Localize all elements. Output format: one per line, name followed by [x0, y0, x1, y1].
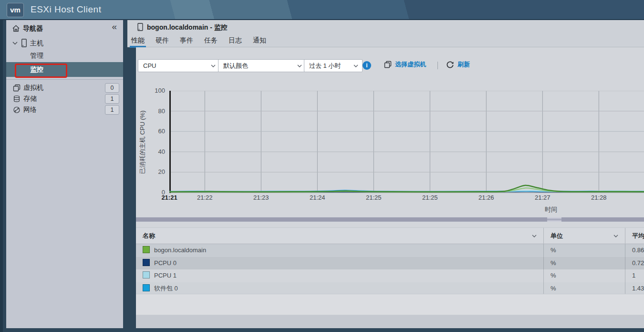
series-average: 1: [625, 269, 644, 282]
performance-chart-svg: [169, 91, 644, 193]
navigator-header: 导航器 «: [6, 22, 123, 34]
chevron-down-icon: [297, 64, 302, 67]
tab-events[interactable]: 事件: [178, 35, 195, 47]
refresh-label: 刷新: [457, 60, 470, 69]
vmware-logo: vm: [7, 3, 24, 17]
series-name: bogon.localdomain: [154, 246, 206, 254]
y-tick-label: 20: [146, 168, 165, 175]
y-tick-label: 40: [146, 148, 165, 155]
chart-series-line: [169, 185, 644, 192]
series-color-swatch: [143, 284, 150, 291]
series-unit: %: [543, 269, 625, 282]
scrollbar-thumb[interactable]: [547, 217, 561, 222]
table-row[interactable]: 软件包 0%1.43: [136, 282, 644, 295]
color-scheme-select-value: 默认颜色: [223, 62, 248, 69]
highlight-annotation: [15, 64, 67, 78]
x-tick-label: 21:22: [190, 194, 219, 201]
sidebar-item-storage[interactable]: 存储 1: [6, 93, 123, 104]
table-row[interactable]: bogon.localdomain%0.86: [136, 244, 644, 257]
series-unit: %: [543, 257, 625, 270]
info-icon[interactable]: i: [363, 61, 371, 70]
series-average: 0.86: [625, 244, 644, 257]
home-icon: [12, 24, 20, 32]
chevron-down-icon[interactable]: [12, 42, 18, 45]
table-header: 名称 单位 平均值: [136, 227, 644, 244]
network-count-badge: 1: [105, 105, 119, 115]
collapse-sidebar-button[interactable]: «: [112, 21, 117, 32]
sidebar-item-vms-label: 虚拟机: [23, 82, 43, 93]
y-tick-label: 60: [146, 128, 165, 135]
column-header-average-label: 平均值: [632, 232, 644, 239]
x-tick-label: 21:21: [155, 194, 184, 201]
performance-panel: CPU 默认颜色 过去 1 小时 i 选择虚拟机 刷新 已消耗的主机 CPU (…: [136, 47, 644, 328]
performance-table: 名称 单位 平均值 bogon.localdomain%0.86PCPU 0%0…: [136, 227, 644, 295]
panel-bottom-area: [136, 315, 644, 328]
divider: [6, 79, 123, 80]
y-tick-label: 100: [146, 87, 165, 94]
divider: [437, 62, 438, 69]
sidebar-item-host-label: 主机: [30, 37, 43, 49]
tab-logs[interactable]: 日志: [227, 35, 243, 47]
chevron-down-icon: [211, 64, 216, 67]
x-tick-label: 21:25: [359, 194, 388, 201]
app-header: vm ESXi Host Client: [0, 0, 644, 20]
series-unit: %: [543, 282, 625, 295]
series-name: PCPU 1: [154, 272, 177, 279]
series-name: 软件包 0: [154, 285, 178, 292]
perf-table-body: bogon.localdomain%0.86PCPU 0%0.72PCPU 1%…: [136, 244, 644, 295]
column-header-unit[interactable]: 单位: [543, 228, 625, 244]
series-average: 0.72: [625, 257, 644, 270]
series-name: PCPU 0: [154, 259, 177, 267]
x-tick-label: 21:23: [247, 194, 275, 201]
select-vms-button[interactable]: 选择虚拟机: [384, 60, 426, 69]
refresh-icon: [446, 61, 454, 69]
tab-tasks[interactable]: 任务: [203, 35, 219, 47]
time-range-select-value: 过去 1 小时: [309, 62, 341, 69]
series-color-swatch: [143, 246, 150, 253]
select-vms-label: 选择虚拟机: [395, 60, 426, 69]
app-title: ESXi Host Client: [31, 4, 101, 15]
sidebar-item-network[interactable]: 网络 1: [6, 104, 123, 115]
content-header: bogon.localdomain - 监控 性能 硬件 事件 任务 日志 通知: [127, 20, 644, 47]
tab-performance[interactable]: 性能: [130, 35, 146, 47]
sidebar-item-host[interactable]: 主机: [6, 37, 123, 49]
column-header-name-label: 名称: [143, 232, 155, 239]
storage-icon: [13, 95, 21, 103]
color-scheme-select[interactable]: 默认颜色: [218, 59, 306, 72]
x-tick-label: 21:28: [584, 194, 613, 201]
host-icon: [21, 39, 28, 47]
sidebar-item-manage[interactable]: 管理: [6, 50, 123, 61]
table-row[interactable]: PCPU 1%1: [136, 269, 644, 282]
refresh-button[interactable]: 刷新: [446, 60, 470, 69]
sidebar-item-network-label: 网络: [23, 104, 37, 115]
y-axis-title: 已消耗的主机 CPU (%): [138, 95, 146, 190]
table-row[interactable]: PCPU 0%0.72: [136, 257, 644, 270]
series-color-swatch: [143, 259, 150, 266]
vm-icon: [13, 84, 21, 92]
host-icon: [137, 23, 144, 31]
sidebar-item-vms[interactable]: 虚拟机 0: [6, 82, 123, 93]
table-footer: [136, 294, 644, 315]
chevron-down-icon: [532, 235, 537, 237]
horizontal-scrollbar[interactable]: [136, 217, 644, 222]
tab-notifications[interactable]: 通知: [251, 35, 268, 47]
column-header-name[interactable]: 名称: [136, 228, 543, 244]
tab-hardware[interactable]: 硬件: [154, 35, 170, 47]
metric-select-value: CPU: [143, 62, 156, 69]
time-range-select[interactable]: 过去 1 小时: [304, 59, 363, 72]
column-header-average[interactable]: 平均值: [625, 228, 644, 244]
x-tick-label: 21:27: [528, 194, 557, 201]
vm-icon: [384, 61, 392, 68]
navigator-sidebar: 导航器 « 主机 管理 监控 虚拟机 0 存储 1 网络: [6, 20, 123, 328]
metric-select[interactable]: CPU: [138, 59, 220, 72]
vm-count-badge: 0: [105, 83, 119, 93]
x-tick-label: 21:24: [303, 194, 332, 201]
y-tick-label: 0: [146, 189, 165, 196]
network-icon: [13, 106, 21, 114]
y-tick-label: 80: [146, 107, 165, 115]
tab-bar: 性能 硬件 事件 任务 日志 通知: [130, 35, 276, 47]
column-header-unit-label: 单位: [551, 232, 563, 239]
chevron-down-icon: [613, 235, 618, 237]
x-tick-label: 21:26: [472, 194, 500, 201]
series-unit: %: [543, 244, 625, 257]
